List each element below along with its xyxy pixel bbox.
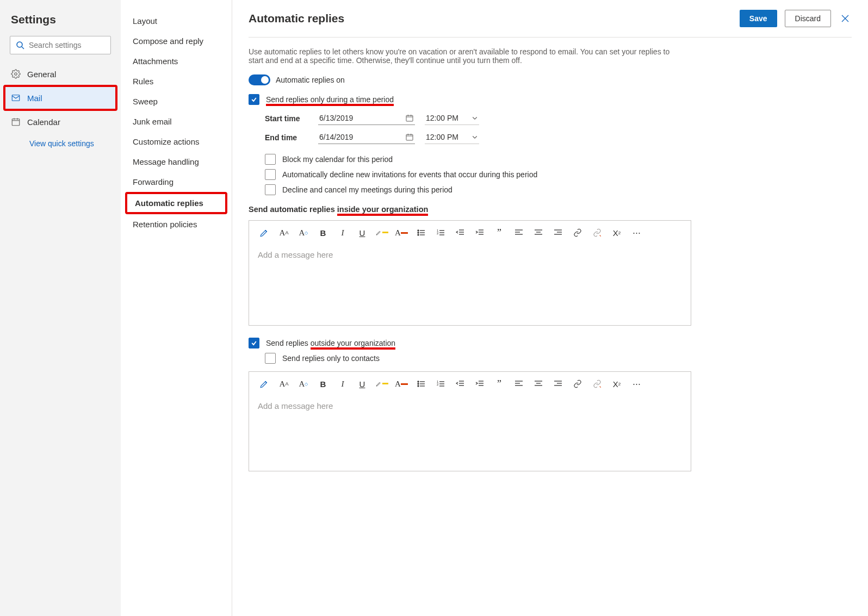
subnav-message-handling[interactable]: Message handling bbox=[121, 152, 232, 172]
time-period-label[interactable]: Send replies only during a time period bbox=[266, 95, 394, 104]
time-period-checkbox[interactable] bbox=[249, 94, 259, 105]
highlight-color-icon[interactable] bbox=[375, 377, 388, 390]
category-mail[interactable]: Mail bbox=[5, 87, 115, 109]
font-color-icon[interactable]: A bbox=[395, 377, 408, 390]
link-icon[interactable] bbox=[571, 377, 584, 390]
block-calendar-checkbox[interactable] bbox=[265, 154, 276, 165]
svg-point-19 bbox=[418, 232, 419, 233]
superscript-icon[interactable]: X2 bbox=[610, 226, 623, 239]
subnav-forwarding[interactable]: Forwarding bbox=[121, 172, 232, 192]
unlink-icon[interactable] bbox=[591, 377, 604, 390]
highlighter-icon[interactable] bbox=[258, 226, 271, 239]
subnav-junk-email[interactable]: Junk email bbox=[121, 111, 232, 132]
start-date-field[interactable]: 6/13/2019 bbox=[318, 111, 415, 125]
italic-icon[interactable]: I bbox=[336, 377, 349, 390]
align-center-icon[interactable] bbox=[532, 226, 545, 239]
highlight-color-icon[interactable] bbox=[375, 226, 388, 239]
outside-org-label[interactable]: Send replies outside your organization bbox=[266, 339, 395, 347]
font-format-icon[interactable]: A◇ bbox=[297, 226, 310, 239]
chevron-down-icon[interactable] bbox=[472, 115, 478, 121]
chevron-down-icon[interactable] bbox=[472, 134, 478, 140]
svg-point-45 bbox=[418, 381, 419, 382]
font-color-icon[interactable]: A bbox=[395, 226, 408, 239]
subnav-retention-policies[interactable]: Retention policies bbox=[121, 214, 232, 234]
more-icon[interactable]: ⋯ bbox=[630, 226, 643, 239]
settings-heading: Settings bbox=[0, 11, 121, 36]
page-title: Automatic replies bbox=[249, 12, 344, 25]
cancel-meetings-checkbox[interactable] bbox=[265, 184, 276, 195]
indent-icon[interactable] bbox=[473, 377, 486, 390]
block-calendar-label[interactable]: Block my calendar for this period bbox=[282, 155, 393, 164]
decline-invites-label[interactable]: Automatically decline new invitations fo… bbox=[282, 170, 537, 179]
outdent-icon[interactable] bbox=[454, 226, 467, 239]
end-time-field[interactable]: 12:00 PM bbox=[425, 130, 479, 144]
bold-icon[interactable]: B bbox=[317, 377, 330, 390]
align-left-icon[interactable] bbox=[512, 226, 525, 239]
outside-editor-body[interactable]: Add a message here bbox=[249, 395, 691, 471]
svg-text:2: 2 bbox=[437, 383, 439, 386]
category-label: Mail bbox=[27, 94, 42, 103]
save-button[interactable]: Save bbox=[740, 10, 777, 27]
settings-detail-pane: Automatic replies Save Discard Use autom… bbox=[232, 0, 868, 616]
calendar-picker-icon[interactable] bbox=[405, 114, 414, 122]
subnav-layout[interactable]: Layout bbox=[121, 11, 232, 31]
superscript-icon[interactable]: X2 bbox=[610, 377, 623, 390]
view-quick-settings-link[interactable]: View quick settings bbox=[0, 133, 121, 148]
align-left-li-icon[interactable] bbox=[512, 377, 525, 390]
align-right-icon[interactable] bbox=[551, 377, 565, 390]
subnav-rules[interactable]: Rules bbox=[121, 71, 232, 91]
link-icon[interactable] bbox=[571, 226, 584, 239]
discard-button[interactable]: Discard bbox=[785, 10, 831, 27]
bullets-icon[interactable] bbox=[414, 226, 427, 239]
subnav-customize-actions[interactable]: Customize actions bbox=[121, 132, 232, 152]
quote-icon[interactable]: ” bbox=[493, 226, 506, 239]
search-settings-input[interactable] bbox=[29, 41, 124, 49]
contacts-only-label[interactable]: Send replies only to contacts bbox=[282, 354, 380, 363]
svg-rect-14 bbox=[406, 134, 413, 140]
svg-point-0 bbox=[17, 42, 22, 47]
calendar-picker-icon[interactable] bbox=[405, 133, 414, 141]
inside-editor-body[interactable]: Add a message here bbox=[249, 244, 691, 325]
underline-icon[interactable]: U bbox=[356, 377, 369, 390]
svg-text:2: 2 bbox=[437, 232, 439, 235]
align-center-icon[interactable] bbox=[532, 377, 545, 390]
automatic-replies-toggle[interactable] bbox=[249, 74, 270, 85]
outside-org-checkbox[interactable] bbox=[249, 338, 259, 349]
font-format-icon[interactable]: A◇ bbox=[297, 377, 310, 390]
italic-icon[interactable]: I bbox=[336, 226, 349, 239]
numbering-icon[interactable]: 12 bbox=[434, 226, 447, 239]
align-right-icon[interactable] bbox=[551, 226, 565, 239]
contacts-only-checkbox[interactable] bbox=[265, 353, 276, 364]
font-size-icon[interactable]: AA bbox=[277, 226, 290, 239]
font-size-icon[interactable]: AA bbox=[277, 377, 290, 390]
more-icon[interactable]: ⋯ bbox=[630, 377, 643, 390]
editor-toolbar: AA A◇ B I U A 12 ” X2 ⋯ bbox=[249, 221, 691, 244]
svg-point-46 bbox=[418, 383, 419, 384]
inside-org-editor: AA A◇ B I U A 12 ” X2 ⋯ Add a message he… bbox=[249, 220, 691, 326]
underline-icon[interactable]: U bbox=[356, 226, 369, 239]
category-label: Calendar bbox=[27, 117, 60, 127]
end-date-field[interactable]: 6/14/2019 bbox=[318, 130, 415, 144]
subnav-compose-reply[interactable]: Compose and reply bbox=[121, 31, 232, 51]
start-time-field[interactable]: 12:00 PM bbox=[425, 111, 479, 125]
decline-invites-checkbox[interactable] bbox=[265, 169, 276, 180]
quote-icon[interactable]: ” bbox=[493, 377, 506, 390]
inside-org-heading: Send automatic replies inside your organ… bbox=[249, 205, 852, 214]
bold-icon[interactable]: B bbox=[317, 226, 330, 239]
numbering-icon[interactable]: 12 bbox=[434, 377, 447, 390]
subnav-attachments[interactable]: Attachments bbox=[121, 51, 232, 71]
close-icon[interactable] bbox=[839, 14, 852, 23]
category-general[interactable]: General bbox=[0, 63, 121, 85]
subnav-sweep[interactable]: Sweep bbox=[121, 91, 232, 111]
subnav-automatic-replies[interactable]: Automatic replies bbox=[127, 194, 225, 212]
outdent-icon[interactable] bbox=[454, 377, 467, 390]
unlink-icon[interactable] bbox=[591, 226, 604, 239]
highlighter-icon[interactable] bbox=[258, 377, 271, 390]
svg-point-20 bbox=[418, 234, 419, 235]
cancel-meetings-label[interactable]: Decline and cancel my meetings during th… bbox=[282, 185, 452, 194]
category-calendar[interactable]: Calendar bbox=[0, 111, 121, 133]
mail-icon bbox=[11, 93, 21, 103]
search-settings-box[interactable] bbox=[10, 36, 111, 54]
indent-icon[interactable] bbox=[473, 226, 486, 239]
bullets-icon[interactable] bbox=[414, 377, 427, 390]
